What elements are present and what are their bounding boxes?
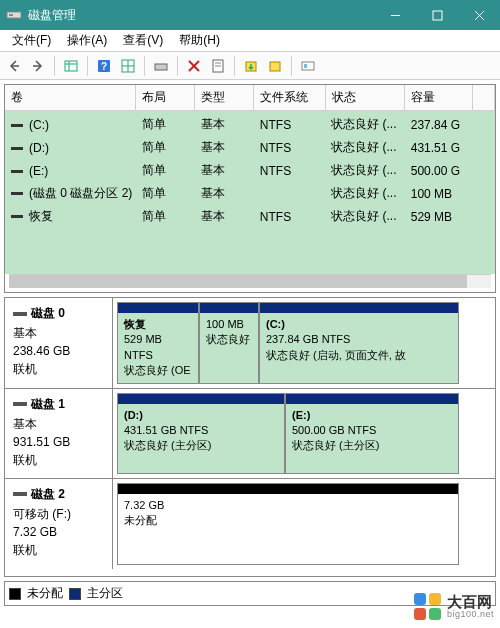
svg-rect-24 [414, 593, 426, 605]
table-row[interactable]: (C:)简单基本NTFS状态良好 (...237.84 G [5, 111, 495, 137]
partition-size: 431.51 GB NTFS [124, 423, 278, 438]
separator [87, 56, 88, 76]
disk-info[interactable]: 磁盘 2可移动 (F:)7.32 GB联机 [5, 479, 113, 569]
cell-capacity: 500.00 G [405, 159, 472, 182]
back-button[interactable] [4, 56, 24, 76]
partition-status: 状态良好 (主分区) [124, 438, 278, 453]
separator [291, 56, 292, 76]
table-header-row: 卷 布局 类型 文件系统 状态 容量 [5, 85, 495, 111]
svg-rect-1 [9, 14, 13, 16]
cell-volume: (C:) [29, 118, 49, 132]
disk-name: 磁盘 1 [31, 397, 65, 411]
disk-icon [13, 312, 27, 316]
svg-rect-22 [302, 62, 314, 70]
table-row[interactable]: 恢复简单基本NTFS状态良好 (...529 MB [5, 205, 495, 228]
disk-size: 931.51 GB [13, 433, 104, 451]
disk-info[interactable]: 磁盘 0基本238.46 GB联机 [5, 298, 113, 388]
cell-status: 状态良好 (... [325, 159, 405, 182]
disk-name: 磁盘 2 [31, 487, 65, 501]
partition-status: 未分配 [124, 513, 452, 528]
volume-table[interactable]: 卷 布局 类型 文件系统 状态 容量 (C:)简单基本NTFS状态良好 (...… [5, 85, 495, 274]
close-button[interactable] [458, 0, 500, 30]
horizontal-scrollbar[interactable] [9, 274, 491, 288]
menu-help[interactable]: 帮助(H) [171, 30, 228, 51]
cell-layout: 简单 [136, 111, 195, 137]
cell-spacer [472, 111, 494, 137]
action1-button[interactable] [241, 56, 261, 76]
partition-status: 状态良好 [206, 332, 252, 347]
partition[interactable]: 恢复529 MB NTFS状态良好 (OE [117, 302, 199, 384]
partition[interactable]: 100 MB状态良好 [199, 302, 259, 384]
menubar: 文件(F) 操作(A) 查看(V) 帮助(H) [0, 30, 500, 52]
partition-body: (E:)500.00 GB NTFS状态良好 (主分区) [286, 404, 458, 473]
header-capacity[interactable]: 容量 [405, 85, 472, 111]
cell-volume: (E:) [29, 164, 48, 178]
header-filesystem[interactable]: 文件系统 [254, 85, 325, 111]
cell-spacer [472, 205, 494, 228]
header-layout[interactable]: 布局 [136, 85, 195, 111]
volume-icon [11, 215, 23, 218]
forward-button[interactable] [28, 56, 48, 76]
partition[interactable]: (C:)237.84 GB NTFS状态良好 (启动, 页面文件, 故 [259, 302, 459, 384]
partition-size: 500.00 GB NTFS [292, 423, 452, 438]
svg-rect-26 [414, 608, 426, 620]
help-button[interactable]: ? [94, 56, 114, 76]
cell-layout: 简单 [136, 182, 195, 205]
table-row[interactable]: (D:)简单基本NTFS状态良好 (...431.51 G [5, 136, 495, 159]
disk-state: 联机 [13, 451, 104, 469]
table-row[interactable]: (磁盘 0 磁盘分区 2)简单基本状态良好 (...100 MB [5, 182, 495, 205]
table-row[interactable]: (E:)简单基本NTFS状态良好 (...500.00 G [5, 159, 495, 182]
cell-type: 基本 [195, 205, 254, 228]
partition-status: 状态良好 (主分区) [292, 438, 452, 453]
cell-capacity: 237.84 G [405, 111, 472, 137]
refresh-button[interactable] [151, 56, 171, 76]
disk-icon [13, 492, 27, 496]
header-type[interactable]: 类型 [195, 85, 254, 111]
partition[interactable]: (D:)431.51 GB NTFS状态良好 (主分区) [117, 393, 285, 474]
disk-row: 磁盘 2可移动 (F:)7.32 GB联机7.32 GB未分配 [5, 479, 495, 569]
cell-volume: (D:) [29, 141, 49, 155]
properties-button[interactable] [208, 56, 228, 76]
action2-button[interactable] [265, 56, 285, 76]
app-icon [6, 7, 22, 23]
action3-button[interactable] [298, 56, 318, 76]
volume-icon [11, 192, 23, 195]
toolbar: ? [0, 52, 500, 80]
disk-state: 联机 [13, 360, 104, 378]
disk-type: 基本 [13, 324, 104, 342]
svg-rect-6 [65, 61, 77, 71]
svg-rect-14 [155, 64, 167, 70]
partition-status: 状态良好 (OE [124, 363, 192, 378]
cell-status: 状态良好 (... [325, 136, 405, 159]
volume-icon [11, 170, 23, 173]
cell-fs [254, 182, 325, 205]
partition-header [118, 394, 284, 404]
partition-body: (D:)431.51 GB NTFS状态良好 (主分区) [118, 404, 284, 473]
header-status[interactable]: 状态 [325, 85, 405, 111]
cell-capacity: 431.51 G [405, 136, 472, 159]
minimize-button[interactable] [374, 0, 416, 30]
disk-info[interactable]: 磁盘 1基本931.51 GB联机 [5, 389, 113, 478]
partition-size: 237.84 GB NTFS [266, 332, 452, 347]
menu-view[interactable]: 查看(V) [115, 30, 171, 51]
cell-layout: 简单 [136, 159, 195, 182]
menu-file[interactable]: 文件(F) [4, 30, 59, 51]
partition-size: 7.32 GB [124, 498, 452, 513]
partition[interactable]: 7.32 GB未分配 [117, 483, 459, 565]
scroll-thumb[interactable] [9, 275, 467, 288]
header-volume[interactable]: 卷 [5, 85, 136, 111]
partition-header [286, 394, 458, 404]
maximize-button[interactable] [416, 0, 458, 30]
view-detail-button[interactable] [118, 56, 138, 76]
menu-action[interactable]: 操作(A) [59, 30, 115, 51]
delete-button[interactable] [184, 56, 204, 76]
disk-row: 磁盘 0基本238.46 GB联机恢复529 MB NTFS状态良好 (OE10… [5, 298, 495, 389]
view-list-button[interactable] [61, 56, 81, 76]
titlebar: 磁盘管理 [0, 0, 500, 30]
separator [54, 56, 55, 76]
cell-status: 状态良好 (... [325, 205, 405, 228]
window-title: 磁盘管理 [28, 7, 374, 24]
svg-rect-27 [429, 608, 441, 620]
partition[interactable]: (E:)500.00 GB NTFS状态良好 (主分区) [285, 393, 459, 474]
cell-fs: NTFS [254, 136, 325, 159]
